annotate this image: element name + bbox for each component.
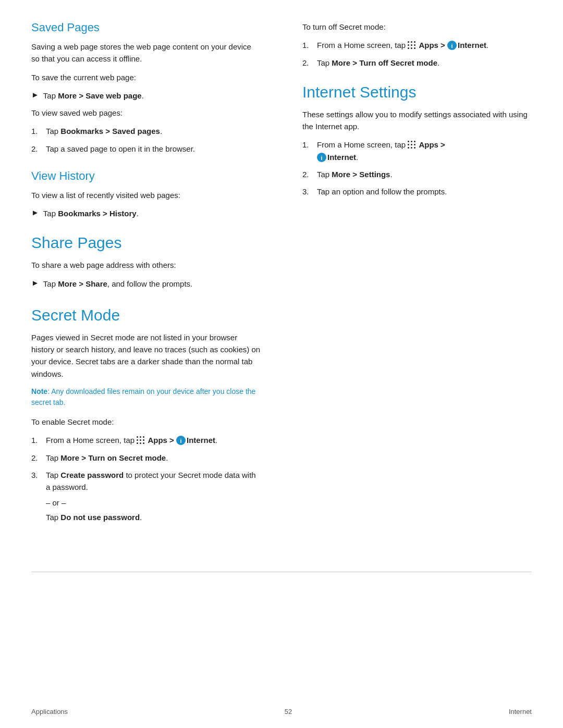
view-history-intro: To view a list of recently visited web p… — [31, 189, 261, 201]
secret-mode-section: Secret Mode Pages viewed in Secret mode … — [31, 306, 261, 524]
is-num-2: 2. — [302, 168, 317, 180]
secret-enable-steps: 1. From a Home screen, tap Apps > i — [31, 434, 261, 493]
step-num-2: 2. — [31, 143, 46, 155]
share-bullet-text: Tap More > Share, and follow the prompts… — [43, 278, 192, 290]
footer-right: Internet — [509, 708, 532, 715]
internet-settings-step-1: 1. From a Home screen, tap Apps > i — [302, 139, 532, 163]
secret-step-2-text: Tap More > Turn on Secret mode. — [46, 452, 168, 464]
apps-grid — [137, 436, 145, 445]
view-history-section: View History To view a list of recently … — [31, 169, 261, 220]
share-pages-section: Share Pages To share a web page address … — [31, 234, 261, 290]
enable-label: To enable Secret mode: — [31, 416, 261, 428]
save-bullet-text: Tap More > Save web page. — [43, 90, 144, 102]
turn-off-steps: 1. From a Home screen, tap Apps > i — [302, 39, 532, 69]
svg-text:i: i — [321, 154, 322, 161]
turn-off-step-2: 2. Tap More > Turn off Secret mode. — [302, 57, 532, 69]
turn-off-intro: To turn off Secret mode: — [302, 21, 532, 33]
secret-step-3-text: Tap Create password to protect your Secr… — [46, 469, 261, 493]
secret-step-num-1: 1. — [31, 434, 46, 446]
history-bullet-item: ► Tap Bookmarks > History. — [31, 207, 261, 219]
step-num-1: 1. — [31, 125, 46, 137]
is-step-2-text: Tap More > Settings. — [317, 168, 393, 180]
is-step-1-text: From a Home screen, tap Apps > i Intern — [317, 139, 445, 163]
secret-mode-title: Secret Mode — [31, 306, 261, 324]
apps-grid-is — [408, 141, 416, 149]
footer-center: 52 — [285, 708, 292, 715]
turn-off-secret-section: To turn off Secret mode: 1. From a Home … — [302, 21, 532, 69]
step-2-text: Tap a saved page to open it in the brows… — [46, 143, 195, 155]
saved-pages-section: Saved Pages Saving a web page stores the… — [31, 21, 261, 155]
saved-pages-intro: Saving a web page stores the web page co… — [31, 41, 261, 65]
is-step-3-text: Tap an option and follow the prompts. — [317, 186, 447, 198]
svg-text:i: i — [180, 438, 181, 444]
bullet-arrow-save: ► — [31, 90, 39, 99]
secret-mode-intro: Pages viewed in Secret mode are not list… — [31, 331, 261, 380]
turn-off-num-1: 1. — [302, 39, 317, 51]
step-1-text: Tap Bookmarks > Saved pages. — [46, 125, 162, 137]
footer-left: Applications — [31, 708, 68, 715]
view-instruction-label: To view saved web pages: — [31, 107, 261, 119]
secret-step-1: 1. From a Home screen, tap Apps > i — [31, 434, 261, 446]
share-pages-title: Share Pages — [31, 234, 261, 252]
right-column: To turn off Secret mode: 1. From a Home … — [282, 21, 532, 540]
or-line: – or – Tap Do not use password. — [46, 498, 261, 523]
is-num-1: 1. — [302, 139, 317, 151]
internet-settings-steps: 1. From a Home screen, tap Apps > i — [302, 139, 532, 198]
share-pages-intro: To share a web page address with others: — [31, 259, 261, 271]
turn-off-num-2: 2. — [302, 57, 317, 69]
apps-grid-icon — [137, 436, 148, 445]
view-history-title: View History — [31, 169, 261, 183]
secret-step-num-2: 2. — [31, 452, 46, 464]
svg-text:i: i — [451, 43, 452, 49]
saved-pages-step-1: 1. Tap Bookmarks > Saved pages. — [31, 125, 261, 137]
save-bullet-item: ► Tap More > Save web page. — [31, 90, 261, 102]
turn-off-step-2-text: Tap More > Turn off Secret mode. — [317, 57, 439, 69]
or-text: – or – — [46, 498, 261, 507]
history-bullet-text: Tap Bookmarks > History. — [43, 207, 139, 219]
footer: Applications 52 Internet — [0, 708, 563, 715]
internet-settings-step-2: 2. Tap More > Settings. — [302, 168, 532, 180]
footer-divider — [31, 572, 532, 572]
share-bullet-item: ► Tap More > Share, and follow the promp… — [31, 278, 261, 290]
apps-grid-icon-is — [408, 140, 419, 149]
secret-mode-note: Note: Any downloaded files remain on you… — [31, 386, 261, 409]
secret-step-num-3: 3. — [31, 469, 46, 481]
apps-grid-r1 — [408, 41, 416, 50]
secret-step-1-text: From a Home screen, tap Apps > i Intern — [46, 434, 217, 446]
internet-settings-title: Internet Settings — [302, 83, 532, 101]
internet-settings-section: Internet Settings These settings allow y… — [302, 83, 532, 198]
save-instruction-label: To save the current web page: — [31, 71, 261, 83]
saved-pages-step-2: 2. Tap a saved page to open it in the br… — [31, 143, 261, 155]
internet-icon-is: i — [317, 153, 326, 162]
saved-pages-title: Saved Pages — [31, 21, 261, 34]
no-password-text: Tap Do not use password. — [46, 511, 261, 523]
left-column: Saved Pages Saving a web page stores the… — [31, 21, 282, 540]
internet-icon: i — [176, 436, 186, 445]
internet-icon-r1: i — [447, 41, 457, 50]
turn-off-step-1: 1. From a Home screen, tap Apps > i — [302, 39, 532, 51]
bullet-arrow-share: ► — [31, 278, 39, 287]
turn-off-step-1-text: From a Home screen, tap Apps > i Intern — [317, 39, 488, 51]
is-num-3: 3. — [302, 186, 317, 198]
note-body: : Any downloaded files remain on your de… — [31, 387, 255, 407]
apps-grid-icon-r1 — [408, 41, 419, 50]
internet-settings-intro: These settings allow you to modify setti… — [302, 108, 532, 133]
note-label: Note — [31, 387, 47, 396]
secret-step-2: 2. Tap More > Turn on Secret mode. — [31, 452, 261, 464]
secret-step-3: 3. Tap Create password to protect your S… — [31, 469, 261, 493]
bullet-arrow-history: ► — [31, 208, 39, 217]
saved-pages-steps: 1. Tap Bookmarks > Saved pages. 2. Tap a… — [31, 125, 261, 155]
internet-settings-step-3: 3. Tap an option and follow the prompts. — [302, 186, 532, 198]
